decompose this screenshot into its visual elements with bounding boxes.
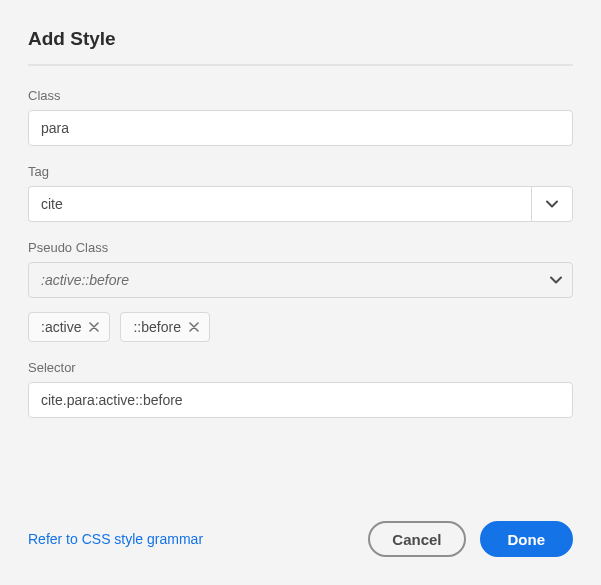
chip-label: :active: [41, 319, 81, 335]
chip-before: ::before: [120, 312, 209, 342]
class-field-group: Class: [28, 88, 573, 146]
pseudo-class-dropdown[interactable]: :active::before: [28, 262, 573, 298]
tag-combo: [28, 186, 573, 222]
selector-input[interactable]: [28, 382, 573, 418]
close-icon[interactable]: [89, 322, 99, 332]
tag-input[interactable]: [28, 186, 531, 222]
pseudo-class-label: Pseudo Class: [28, 240, 573, 255]
pseudo-class-field-group: Pseudo Class :active::before :active ::b…: [28, 240, 573, 342]
tag-field-group: Tag: [28, 164, 573, 222]
chip-active: :active: [28, 312, 110, 342]
tag-dropdown-button[interactable]: [531, 186, 573, 222]
cancel-button[interactable]: Cancel: [368, 521, 465, 557]
chevron-down-icon: [550, 276, 562, 284]
selector-label: Selector: [28, 360, 573, 375]
chevron-down-icon: [546, 200, 558, 208]
class-input[interactable]: [28, 110, 573, 146]
divider: [28, 64, 573, 66]
pseudo-class-chips: :active ::before: [28, 312, 573, 342]
tag-label: Tag: [28, 164, 573, 179]
class-label: Class: [28, 88, 573, 103]
chip-label: ::before: [133, 319, 180, 335]
done-button[interactable]: Done: [480, 521, 574, 557]
pseudo-class-placeholder: :active::before: [41, 272, 129, 288]
button-row: Cancel Done: [368, 521, 573, 557]
dialog-footer: Refer to CSS style grammar Cancel Done: [28, 521, 573, 557]
close-icon[interactable]: [189, 322, 199, 332]
dialog-title: Add Style: [28, 28, 573, 50]
css-grammar-link[interactable]: Refer to CSS style grammar: [28, 531, 203, 547]
selector-field-group: Selector: [28, 360, 573, 418]
